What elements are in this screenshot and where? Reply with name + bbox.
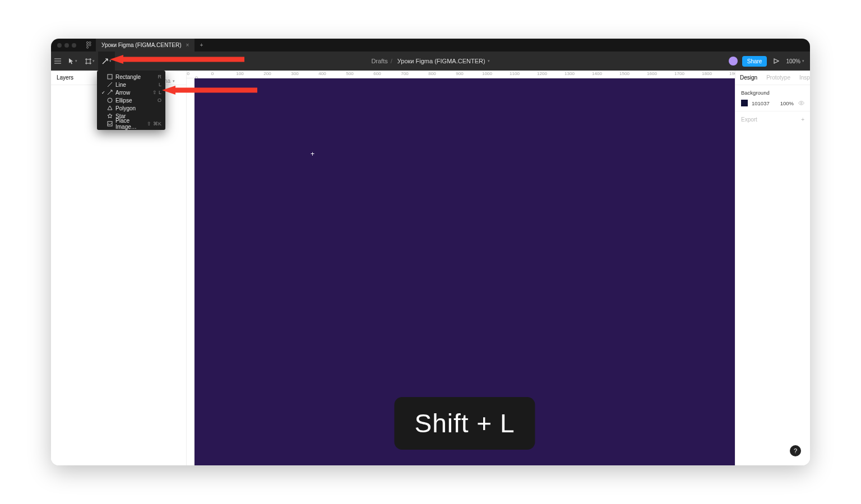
rectangle-icon bbox=[106, 74, 114, 80]
macos-close-dot[interactable] bbox=[57, 43, 62, 48]
new-tab-button[interactable]: + bbox=[195, 39, 208, 52]
polygon-icon bbox=[106, 105, 114, 111]
breadcrumb-root[interactable]: Drafts bbox=[371, 58, 387, 64]
background-swatch[interactable] bbox=[741, 100, 748, 106]
line-icon bbox=[106, 82, 114, 87]
svg-point-3 bbox=[89, 44, 90, 46]
dropdown-item-line[interactable]: Line L bbox=[97, 81, 165, 88]
chevron-down-icon: ▾ bbox=[173, 79, 175, 83]
right-panel: Design Prototype Inspect Background 1010… bbox=[735, 71, 810, 465]
svg-rect-5 bbox=[108, 74, 112, 79]
frame-tool[interactable]: ▾ bbox=[81, 52, 98, 71]
svg-point-4 bbox=[86, 46, 88, 48]
breadcrumb: Drafts / Уроки Figma (FIGMA.CENTER) ▾ bbox=[51, 58, 810, 64]
breadcrumb-project[interactable]: Уроки Figma (FIGMA.CENTER) bbox=[397, 58, 485, 64]
ruler-horizontal: -100010020030040050060070080090010001100… bbox=[187, 71, 735, 78]
prototype-tab[interactable]: Prototype bbox=[762, 71, 795, 85]
dropdown-item-rectangle[interactable]: Rectangle R bbox=[97, 73, 165, 81]
shape-dropdown[interactable]: Rectangle R Line L ✓ Arrow ⇧ L bbox=[97, 71, 165, 130]
design-tab[interactable]: Design bbox=[735, 71, 762, 85]
avatar[interactable] bbox=[729, 57, 738, 66]
help-button[interactable]: ? bbox=[790, 445, 801, 456]
background-label: Background bbox=[741, 90, 804, 96]
dropdown-item-ellipse[interactable]: Ellipse O bbox=[97, 96, 165, 104]
svg-point-1 bbox=[89, 41, 90, 43]
shortcut-hint-overlay: Shift + L bbox=[394, 397, 535, 450]
svg-point-2 bbox=[86, 44, 88, 46]
eye-icon[interactable] bbox=[798, 101, 804, 105]
chevron-down-icon: ▾ bbox=[109, 59, 112, 63]
macos-window-controls bbox=[51, 39, 81, 52]
ellipse-icon bbox=[106, 97, 114, 103]
shape-tool[interactable]: ▾ bbox=[98, 52, 115, 71]
svg-rect-7 bbox=[108, 122, 112, 126]
ruler-vertical: 0100200300400500600700800900100011001200… bbox=[187, 78, 195, 465]
zoom-value: 100% bbox=[786, 58, 800, 64]
dropdown-item-arrow[interactable]: ✓ Arrow ⇧ L bbox=[97, 88, 165, 96]
chevron-down-icon: ▾ bbox=[802, 59, 804, 63]
chevron-down-icon: ▾ bbox=[75, 59, 77, 63]
figma-home-button[interactable] bbox=[81, 39, 96, 52]
present-button[interactable] bbox=[771, 52, 781, 71]
chevron-down-icon[interactable]: ▾ bbox=[488, 59, 490, 63]
project-tab-title: Уроки Figma (FIGMA.CENTER) bbox=[101, 42, 182, 48]
background-pct[interactable]: 100% bbox=[780, 100, 794, 106]
zoom-control[interactable]: 100% ▾ bbox=[786, 58, 804, 64]
share-button[interactable]: Share bbox=[742, 56, 767, 67]
crosshair-cursor: + bbox=[311, 150, 314, 158]
tab-bar: Уроки Figma (FIGMA.CENTER) × + bbox=[51, 39, 810, 52]
star-icon bbox=[106, 113, 114, 119]
check-icon: ✓ bbox=[100, 90, 106, 95]
dropdown-item-polygon[interactable]: Polygon bbox=[97, 104, 165, 112]
toolbar: ▾ ▾ ▾ Drafts / Уроки Figma (FIGMA.CENTER… bbox=[51, 52, 810, 71]
image-icon bbox=[106, 121, 114, 127]
macos-min-dot[interactable] bbox=[64, 43, 69, 48]
svg-point-6 bbox=[108, 98, 112, 102]
left-panel: Layers Стрелки в Figma ▾ Rectangle R Lin… bbox=[51, 71, 187, 465]
background-hex[interactable]: 101037 bbox=[752, 100, 770, 106]
close-tab-icon[interactable]: × bbox=[186, 42, 189, 48]
dropdown-item-place-image[interactable]: Place Image… ⇧ ⌘K bbox=[97, 120, 165, 128]
macos-max-dot[interactable] bbox=[72, 43, 76, 48]
move-tool[interactable]: ▾ bbox=[64, 52, 81, 71]
plus-icon[interactable]: + bbox=[801, 116, 804, 123]
chevron-down-icon: ▾ bbox=[92, 59, 95, 63]
svg-point-8 bbox=[800, 102, 802, 104]
layers-tab[interactable]: Layers bbox=[51, 71, 79, 85]
inspect-tab[interactable]: Inspect bbox=[795, 71, 810, 85]
arrow-icon bbox=[106, 90, 114, 95]
svg-point-0 bbox=[86, 41, 88, 43]
canvas[interactable]: + Shift + L bbox=[195, 78, 735, 465]
project-tab[interactable]: Уроки Figma (FIGMA.CENTER) × bbox=[96, 39, 195, 52]
canvas-area: -100010020030040050060070080090010001100… bbox=[187, 71, 735, 465]
main-menu-button[interactable] bbox=[51, 52, 64, 71]
export-label[interactable]: Export bbox=[741, 116, 757, 123]
